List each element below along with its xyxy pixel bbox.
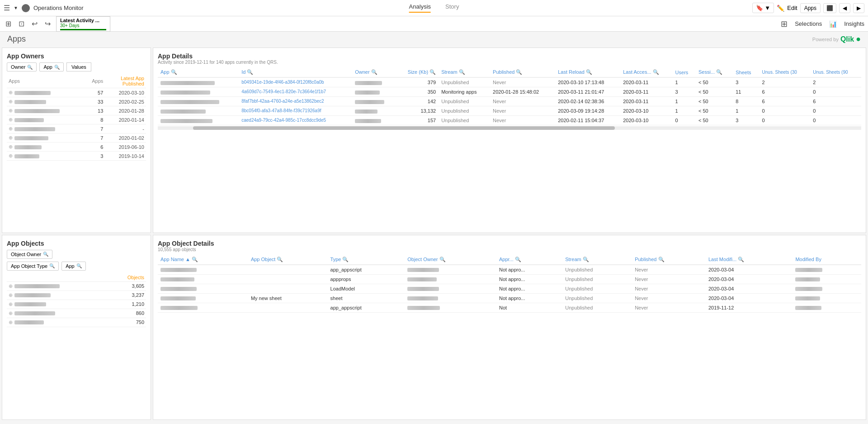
top-navigation: ☰ ▼ Operations Monitor Analysis Story 🔖 … xyxy=(0,0,868,16)
col-app-name[interactable]: App Name ▲ 🔍 xyxy=(158,255,248,265)
id-search-icon[interactable]: 🔍 xyxy=(247,69,253,75)
scrollbar-thumb[interactable] xyxy=(193,126,615,130)
app-filter-button[interactable]: App 🔍 xyxy=(39,62,64,71)
col-app[interactable]: App 🔍 xyxy=(158,67,239,77)
activity-button[interactable]: Latest Activity ... 30+ Days xyxy=(56,16,110,32)
stream-search-icon[interactable]: 🔍 xyxy=(459,69,465,75)
right-buttons: 🔖 ▼ ✏️ Edit Apps ⬛ ◀ ▶ xyxy=(752,3,864,13)
pub-search-icon[interactable]: 🔍 xyxy=(516,69,522,75)
tab-story[interactable]: Story xyxy=(445,3,459,13)
col-obj-published[interactable]: Published 🔍 xyxy=(632,255,706,265)
plus-icon[interactable]: ⊕ xyxy=(9,310,13,316)
col-last-modified[interactable]: Last Modifi... 🔍 xyxy=(706,255,793,265)
plus-icon[interactable]: ⊕ xyxy=(9,319,13,325)
app-object-details-table-wrap[interactable]: App Name ▲ 🔍 App Object 🔍 Type 🔍 Object … xyxy=(158,255,861,415)
col-size[interactable]: Size (Kb) 🔍 xyxy=(396,67,439,77)
approved-search-icon[interactable]: 🔍 xyxy=(515,257,521,262)
app-obj-app-filter-button[interactable]: App 🔍 xyxy=(61,262,86,271)
horizontal-scrollbar[interactable] xyxy=(158,126,861,130)
objowner-search-icon[interactable]: 🔍 xyxy=(439,257,446,262)
pencil-icon[interactable]: ✏️ xyxy=(777,5,784,12)
app-obj-app-label: App xyxy=(66,263,75,269)
col-unus30[interactable]: Unus. Sheets (30 xyxy=(760,67,811,77)
plus-icon[interactable]: ⊕ xyxy=(9,144,13,149)
plus-icon[interactable]: ⊕ xyxy=(9,108,13,113)
back-button[interactable]: ◀ xyxy=(839,3,850,13)
col-sessions[interactable]: Sessi... 🔍 xyxy=(696,67,733,77)
insights-button[interactable]: Insights xyxy=(844,20,864,27)
col-owner[interactable]: Owner 🔍 xyxy=(352,67,396,77)
col-modified-by[interactable]: Modified By xyxy=(793,255,861,265)
activity-bar xyxy=(60,29,106,30)
table-row: ⊕ 8 2020-01-14 xyxy=(7,115,146,124)
modified-search-icon[interactable]: 🔍 xyxy=(738,257,744,262)
col-stream[interactable]: Stream 🔍 xyxy=(439,67,490,77)
plus-icon[interactable]: ⊕ xyxy=(9,126,13,131)
grid-view-icon[interactable]: ⊞ xyxy=(781,19,788,29)
sess-search-icon[interactable]: 🔍 xyxy=(716,69,722,75)
plus-icon[interactable]: ⊕ xyxy=(9,292,13,298)
col-users[interactable]: Users xyxy=(673,67,696,77)
app-details-title: App Details xyxy=(158,52,861,60)
hamburger-icon[interactable]: ☰ xyxy=(4,4,10,12)
col-sheets[interactable]: Sheets xyxy=(733,67,759,77)
table-row: ⊕ 33 2020-02-25 xyxy=(7,97,146,106)
table-row: ⊕ 750 xyxy=(7,318,146,327)
selections-button[interactable]: Selections xyxy=(795,20,822,27)
owner-filter-button[interactable]: Owner 🔍 xyxy=(7,62,37,71)
edit-button[interactable]: Edit xyxy=(787,5,797,11)
app-objects-filters: Object Owner 🔍 xyxy=(7,250,146,259)
col-last-reload[interactable]: Last Reload 🔍 xyxy=(555,67,620,77)
appobj-search-icon[interactable]: 🔍 xyxy=(277,257,283,262)
col-obj-stream[interactable]: Stream 🔍 xyxy=(562,255,632,265)
table-row: My new sheet sheet Not appro... Unpublis… xyxy=(158,293,861,303)
forward-button[interactable]: ▶ xyxy=(853,3,864,13)
app-object-type-filter-button[interactable]: App Object Type 🔍 xyxy=(7,262,59,271)
type-search-icon[interactable]: 🔍 xyxy=(342,257,349,262)
app-owners-filters: Owner 🔍 App 🔍 Values xyxy=(7,62,146,71)
zoom-fit-icon[interactable]: ⊞ xyxy=(4,18,13,30)
object-owner-filter-button[interactable]: Object Owner 🔍 xyxy=(7,250,52,259)
plus-icon[interactable]: ⊕ xyxy=(9,153,13,158)
app-details-panel: App Details Activity since 2019-12-11 fo… xyxy=(153,48,866,233)
plus-icon[interactable]: ⊕ xyxy=(9,135,13,140)
app-obj-app-search-icon: 🔍 xyxy=(76,263,82,268)
app-objects-panel: App Objects Object Owner 🔍 App Object Ty… xyxy=(2,235,151,420)
col-unus90[interactable]: Unus. Sheets (90 xyxy=(810,67,861,77)
table-row: 8faf7bbf-42aa-4760-a24e-a5e13862bec2 142… xyxy=(158,97,861,106)
zoom-select-icon[interactable]: ⊡ xyxy=(17,18,26,30)
col-app-object[interactable]: App Object 🔍 xyxy=(248,255,328,265)
plus-icon[interactable]: ⊕ xyxy=(9,99,13,104)
page-title: Apps xyxy=(7,34,26,44)
app-details-table-wrap[interactable]: App 🔍 Id 🔍 Owner 🔍 Size (Kb) 🔍 Stream 🔍 … xyxy=(158,67,861,228)
table-row: ⊕ 860 xyxy=(7,309,146,318)
owner-search-icon[interactable]: 🔍 xyxy=(371,69,377,75)
app-object-details-table: App Name ▲ 🔍 App Object 🔍 Type 🔍 Object … xyxy=(158,255,861,313)
plus-icon[interactable]: ⊕ xyxy=(9,283,13,289)
forward-step-icon[interactable]: ↪ xyxy=(43,18,52,30)
reload-search-icon[interactable]: 🔍 xyxy=(586,69,592,75)
col-id[interactable]: Id 🔍 xyxy=(239,67,352,77)
appname-search-icon[interactable]: 🔍 xyxy=(192,257,198,262)
app-search-icon[interactable]: 🔍 xyxy=(171,69,177,75)
col-published[interactable]: Published 🔍 xyxy=(490,67,555,77)
col-last-access[interactable]: Last Acces... 🔍 xyxy=(620,67,672,77)
screen-icon[interactable]: ⬛ xyxy=(823,3,836,13)
access-search-icon[interactable]: 🔍 xyxy=(653,69,659,75)
apps-button[interactable]: Apps xyxy=(800,3,821,13)
table-row: ⊕ 57 2020-03-10 xyxy=(7,88,146,97)
objstream-search-icon[interactable]: 🔍 xyxy=(583,257,589,262)
col-object-owner[interactable]: Object Owner 🔍 xyxy=(405,255,496,265)
plus-icon[interactable]: ⊕ xyxy=(9,90,13,95)
col-type[interactable]: Type 🔍 xyxy=(328,255,405,265)
back-step-icon[interactable]: ↩ xyxy=(30,18,39,30)
plus-icon[interactable]: ⊕ xyxy=(9,117,13,122)
tab-analysis[interactable]: Analysis xyxy=(409,3,431,13)
bookmark-button[interactable]: 🔖 ▼ xyxy=(752,3,774,13)
objpub-search-icon[interactable]: 🔍 xyxy=(658,257,665,262)
size-search-icon[interactable]: 🔍 xyxy=(429,69,436,75)
values-button[interactable]: Values xyxy=(66,62,91,71)
table-row: 8bc054f0-afa3-47a8-84fe-f39c71926a9f 13,… xyxy=(158,106,861,116)
plus-icon[interactable]: ⊕ xyxy=(9,301,13,307)
col-approved[interactable]: Appr... 🔍 xyxy=(496,255,562,265)
